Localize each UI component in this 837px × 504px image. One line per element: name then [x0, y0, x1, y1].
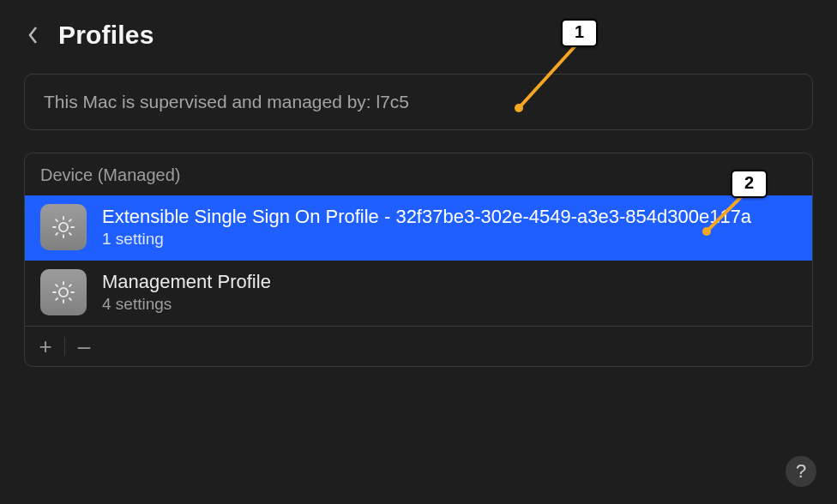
profile-labels: Extensible Single Sign On Profile - 32f3…: [102, 206, 751, 249]
help-icon: ?: [796, 460, 806, 483]
profile-name: Management Profile: [102, 271, 271, 293]
svg-point-0: [59, 223, 68, 231]
page-title: Profiles: [58, 21, 154, 50]
profile-meta: 4 settings: [102, 295, 271, 314]
profile-meta: 1 setting: [102, 230, 751, 249]
remove-profile-button[interactable]: –: [69, 332, 99, 361]
gear-icon: [40, 269, 87, 315]
profile-labels: Management Profile 4 settings: [102, 271, 271, 314]
profile-name: Extensible Single Sign On Profile - 32f3…: [102, 206, 751, 228]
supervision-text: This Mac is supervised and managed by: l…: [44, 92, 409, 111]
footer-divider: [64, 337, 65, 356]
add-profile-button[interactable]: +: [30, 332, 61, 361]
gear-icon: [40, 204, 87, 250]
svg-point-1: [59, 288, 68, 297]
profiles-list: Extensible Single Sign On Profile - 32f3…: [25, 195, 812, 326]
list-footer: + –: [25, 326, 812, 366]
supervision-banner: This Mac is supervised and managed by: l…: [24, 74, 813, 130]
profile-row[interactable]: Extensible Single Sign On Profile - 32f3…: [25, 195, 812, 261]
section-header: Device (Managed): [25, 153, 812, 195]
profiles-panel: Device (Managed) Extensible Single Sign …: [24, 153, 813, 367]
help-button[interactable]: ?: [786, 456, 816, 487]
header: Profiles: [24, 21, 813, 50]
chevron-left-icon: [27, 25, 40, 45]
back-button[interactable]: [24, 23, 43, 47]
profile-row[interactable]: Management Profile 4 settings: [25, 261, 812, 326]
profiles-pane: Profiles This Mac is supervised and mana…: [0, 0, 837, 504]
